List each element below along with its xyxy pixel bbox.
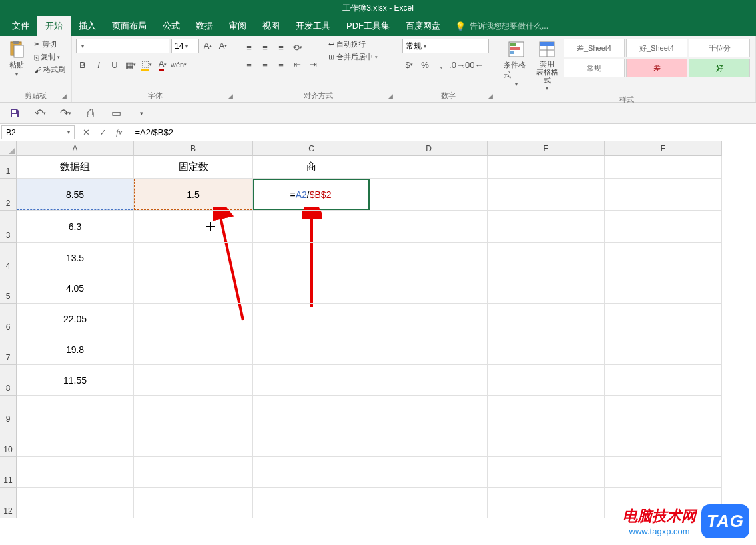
align-center-button[interactable]: ≡: [258, 57, 272, 71]
row-header-10[interactable]: 10: [0, 426, 17, 457]
formula-input[interactable]: =A2/$B$2: [129, 124, 756, 141]
cell-C2[interactable]: =A2/$B$2: [253, 179, 370, 211]
cell-D5[interactable]: [370, 273, 488, 304]
cell-A8[interactable]: 11.55: [17, 365, 134, 396]
cell-B2[interactable]: 1.5: [134, 179, 253, 211]
font-color-button[interactable]: A▾: [156, 58, 169, 71]
cell-E6[interactable]: [488, 304, 605, 334]
cell-D7[interactable]: [370, 334, 488, 365]
enter-formula-button[interactable]: ✓: [99, 127, 107, 137]
cell-C12[interactable]: [253, 488, 370, 518]
cell-E9[interactable]: [488, 396, 605, 426]
cell-F8[interactable]: [605, 365, 722, 396]
qat-btn-4[interactable]: ⎙: [84, 107, 97, 120]
cell-E10[interactable]: [488, 426, 605, 457]
cell-D8[interactable]: [370, 365, 488, 396]
cell-D1[interactable]: [370, 156, 488, 179]
cell-C9[interactable]: [253, 396, 370, 426]
cell-C1[interactable]: 商: [253, 156, 370, 179]
clipboard-launcher[interactable]: ◢: [62, 93, 70, 101]
align-bottom-button[interactable]: ≡: [274, 41, 288, 54]
cell-E5[interactable]: [488, 273, 605, 304]
cell-D2[interactable]: [370, 179, 488, 211]
align-right-button[interactable]: ≡: [274, 57, 288, 71]
cell-E7[interactable]: [488, 334, 605, 365]
decrease-font-button[interactable]: A▾: [216, 39, 230, 52]
tab-formulas[interactable]: 公式: [155, 16, 188, 36]
col-header-E[interactable]: E: [488, 141, 605, 156]
cell-E8[interactable]: [488, 365, 605, 396]
accounting-button[interactable]: $▾: [402, 58, 416, 71]
tab-dev[interactable]: 开发工具: [288, 16, 338, 36]
cell-E1[interactable]: [488, 156, 605, 179]
cell-A5[interactable]: 4.05: [17, 273, 134, 304]
cell-B9[interactable]: [134, 396, 253, 426]
cell-A4[interactable]: 13.5: [17, 243, 134, 273]
tab-home[interactable]: 开始: [37, 16, 71, 36]
row-header-6[interactable]: 6: [0, 304, 17, 334]
tab-baidu[interactable]: 百度网盘: [398, 16, 448, 36]
paste-button[interactable]: 粘贴 ▾: [4, 39, 29, 79]
tab-pdf[interactable]: PDF工具集: [338, 16, 398, 36]
cell-E12[interactable]: [488, 488, 605, 518]
align-left-button[interactable]: ≡: [242, 57, 256, 71]
cell-B6[interactable]: [134, 304, 253, 334]
fill-color-button[interactable]: ⬚▾: [140, 58, 153, 71]
increase-decimal-button[interactable]: .0→: [450, 58, 464, 71]
style-item[interactable]: 好: [689, 59, 750, 77]
col-header-C[interactable]: C: [253, 141, 370, 156]
font-launcher[interactable]: ◢: [228, 93, 236, 101]
cell-A11[interactable]: [17, 457, 134, 488]
redo-button[interactable]: ↷▾: [59, 107, 72, 120]
style-item[interactable]: 常规: [564, 59, 625, 77]
cancel-formula-button[interactable]: ✕: [83, 127, 90, 137]
increase-indent-button[interactable]: ⇥: [306, 57, 320, 71]
cell-E4[interactable]: [488, 243, 605, 273]
style-item[interactable]: 差: [626, 59, 687, 77]
cell-C11[interactable]: [253, 457, 370, 488]
align-top-button[interactable]: ≡: [242, 41, 256, 54]
cell-E11[interactable]: [488, 457, 605, 488]
cell-E2[interactable]: [488, 179, 605, 211]
cell-F2[interactable]: [605, 179, 722, 211]
cell-A7[interactable]: 19.8: [17, 334, 134, 365]
row-header-2[interactable]: 2: [0, 179, 17, 211]
conditional-format-button[interactable]: 条件格式 ▾: [502, 39, 530, 89]
align-middle-button[interactable]: ≡: [258, 41, 272, 54]
decrease-decimal-button[interactable]: .00←: [466, 58, 480, 71]
cell-F7[interactable]: [605, 334, 722, 365]
bold-button[interactable]: B: [76, 58, 89, 71]
cell-D9[interactable]: [370, 396, 488, 426]
cut-button[interactable]: ✂ 剪切: [32, 39, 67, 50]
cell-F10[interactable]: [605, 426, 722, 457]
cell-A1[interactable]: 数据组: [17, 156, 134, 179]
cell-A6[interactable]: 22.05: [17, 304, 134, 334]
phonetic-button[interactable]: wén▾: [172, 58, 185, 71]
style-item[interactable]: 差_Sheet4: [564, 39, 625, 57]
col-header-D[interactable]: D: [370, 141, 488, 156]
col-header-A[interactable]: A: [17, 141, 134, 156]
cell-styles-gallery[interactable]: 差_Sheet4 好_Sheet4 千位分 常规 差 好: [564, 39, 750, 77]
row-header-8[interactable]: 8: [0, 365, 17, 396]
cell-F4[interactable]: [605, 243, 722, 273]
font-name-combo[interactable]: ▾: [76, 39, 169, 53]
cell-B11[interactable]: [134, 457, 253, 488]
cell-F9[interactable]: [605, 396, 722, 426]
italic-button[interactable]: I: [92, 58, 105, 71]
cell-B7[interactable]: [134, 334, 253, 365]
percent-button[interactable]: %: [418, 58, 432, 71]
cell-A12[interactable]: [17, 488, 134, 518]
cell-A10[interactable]: [17, 426, 134, 457]
cell-D10[interactable]: [370, 426, 488, 457]
cell-F11[interactable]: [605, 457, 722, 488]
row-header-11[interactable]: 11: [0, 457, 17, 488]
cell-A2[interactable]: 8.55: [17, 179, 134, 211]
copy-button[interactable]: ⎘ 复制 ▾: [32, 51, 67, 63]
underline-button[interactable]: U: [108, 58, 121, 71]
cell-D12[interactable]: [370, 488, 488, 518]
cell-A3[interactable]: 6.3: [17, 211, 134, 243]
name-box[interactable]: B2 ▾: [1, 125, 75, 139]
col-header-F[interactable]: F: [605, 141, 722, 156]
wrap-text-button[interactable]: ↩ 自动换行: [326, 39, 380, 50]
cell-C8[interactable]: [253, 365, 370, 396]
